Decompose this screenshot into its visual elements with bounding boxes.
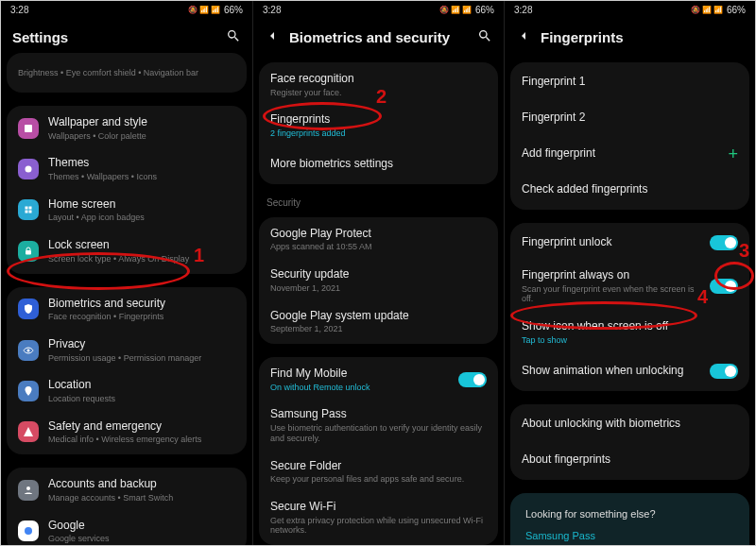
security-updates-group: Google Play ProtectApps scanned at 10:55… bbox=[259, 217, 498, 344]
search-icon[interactable] bbox=[226, 28, 241, 45]
row-fingerprint-unlock[interactable]: Fingerprint unlock bbox=[510, 225, 749, 261]
row-fingerprint-1[interactable]: Fingerprint 1 bbox=[510, 64, 749, 100]
security-group: Biometrics and securityFace recognition … bbox=[7, 287, 247, 455]
wallpaper-icon bbox=[18, 118, 39, 139]
settings-row-lock[interactable]: Lock screenScreen lock type • Always On … bbox=[7, 230, 247, 271]
row-sub: Themes • Wallpapers • Icons bbox=[48, 172, 235, 182]
row-label: Fingerprint always on bbox=[522, 268, 700, 283]
settings-row-location[interactable]: LocationLocation requests bbox=[7, 370, 247, 411]
shield-icon bbox=[18, 299, 39, 319]
row-label: Themes bbox=[48, 156, 235, 171]
status-bar: 3:28 🔕 📶 📶66% bbox=[505, 1, 755, 17]
row-play-system-update[interactable]: Google Play system updateSeptember 1, 20… bbox=[259, 301, 498, 342]
plus-icon: + bbox=[728, 145, 738, 164]
svg-rect-4 bbox=[26, 211, 28, 213]
row-show-animation[interactable]: Show animation when unlocking bbox=[510, 353, 749, 389]
row-label: Lock screen bbox=[48, 238, 235, 253]
row-samsung-pass[interactable]: Samsung PassUse biometric authentication… bbox=[259, 400, 498, 451]
settings-row-home[interactable]: Home screenLayout • App icon badges bbox=[7, 190, 247, 230]
row-sub: Face recognition • Fingerprints bbox=[48, 312, 235, 322]
row-show-icon[interactable]: Show icon when screen is offTap to show bbox=[510, 312, 749, 352]
svg-rect-6 bbox=[26, 250, 31, 255]
settings-row-google[interactable]: GoogleGoogle services bbox=[7, 511, 247, 545]
row-label: Google bbox=[48, 519, 235, 534]
row-sub: Scan your fingerprint even when the scre… bbox=[522, 284, 700, 305]
search-icon[interactable] bbox=[477, 28, 492, 45]
settings-row-themes[interactable]: ThemesThemes • Wallpapers • Icons bbox=[7, 148, 247, 189]
link-samsung-pass[interactable]: Samsung Pass bbox=[510, 525, 749, 545]
row-sub: Screen lock type • Always On Display bbox=[48, 254, 235, 264]
settings-row-safety[interactable]: Safety and emergencyMedical info • Wirel… bbox=[7, 412, 247, 452]
settings-row-display-cut[interactable]: Brightness • Eye comfort shield • Naviga… bbox=[7, 55, 247, 91]
toggle-fingerprint-unlock[interactable] bbox=[710, 235, 738, 250]
row-sub: Register your face. bbox=[270, 88, 487, 98]
row-check-fingerprints[interactable]: Check added fingerprints bbox=[510, 172, 749, 208]
settings-row-biometrics[interactable]: Biometrics and securityFace recognition … bbox=[7, 289, 247, 330]
toggle-always-on[interactable] bbox=[710, 279, 738, 294]
status-bar: 3:28 🔕 📶 📶 66% bbox=[1, 1, 252, 17]
row-fingerprints[interactable]: Fingerprints2 fingerprints added bbox=[259, 105, 498, 145]
row-more-biometrics[interactable]: More biometrics settings bbox=[259, 146, 498, 182]
row-fingerprint-2[interactable]: Fingerprint 2 bbox=[510, 100, 749, 136]
status-time: 3:28 bbox=[514, 5, 532, 15]
row-secure-wifi[interactable]: Secure Wi-FiGet extra privacy protection… bbox=[259, 492, 498, 543]
fingerprint-list-group: Fingerprint 1 Fingerprint 2 Add fingerpr… bbox=[510, 62, 749, 210]
biometrics-group: Face recognitionRegister your face. Fing… bbox=[259, 62, 498, 184]
fingerprints-screen: 3:28 🔕 📶 📶66% Fingerprints Fingerprint 1… bbox=[504, 1, 755, 545]
row-sub: Keep your personal files and apps safe a… bbox=[270, 474, 487, 485]
about-group: About unlocking with biometrics About fi… bbox=[510, 404, 749, 480]
section-header-security: Security bbox=[253, 194, 504, 213]
row-security-update[interactable]: Security updateNovember 1, 2021 bbox=[259, 260, 498, 300]
status-battery: 66% bbox=[727, 5, 746, 15]
privacy-icon bbox=[18, 340, 39, 361]
row-sub: Brightness • Eye comfort shield • Naviga… bbox=[18, 68, 235, 78]
row-find-my-mobile[interactable]: Find My MobileOn without Remote unlock bbox=[259, 359, 498, 400]
row-sub: Google services bbox=[48, 534, 235, 544]
row-about-biometrics[interactable]: About unlocking with biometrics bbox=[510, 406, 749, 442]
svg-rect-2 bbox=[26, 207, 28, 210]
page-title: Biometrics and security bbox=[289, 29, 468, 45]
back-icon[interactable] bbox=[516, 28, 531, 45]
svg-rect-3 bbox=[29, 207, 32, 210]
toggle-show-animation[interactable] bbox=[710, 364, 738, 379]
row-sub: Apps scanned at 10:55 AM bbox=[270, 242, 487, 252]
row-label: Show animation when unlocking bbox=[522, 364, 700, 379]
row-secure-folder[interactable]: Secure FolderKeep your personal files an… bbox=[259, 452, 498, 492]
appearance-group: Wallpaper and styleWallpapers • Color pa… bbox=[7, 106, 247, 274]
row-label: Accounts and backup bbox=[48, 477, 235, 492]
row-face-recognition[interactable]: Face recognitionRegister your face. bbox=[259, 64, 498, 105]
status-right: 🔕 📶 📶66% bbox=[439, 5, 494, 15]
status-icons: 🔕 📶 📶 bbox=[439, 6, 472, 14]
status-icons: 🔕 📶 📶 bbox=[691, 6, 723, 14]
svg-point-9 bbox=[25, 527, 32, 535]
svg-point-1 bbox=[26, 166, 32, 173]
status-time: 3:28 bbox=[10, 5, 28, 15]
row-label: Wallpaper and style bbox=[48, 115, 235, 130]
row-play-protect[interactable]: Google Play ProtectApps scanned at 10:55… bbox=[259, 219, 498, 260]
settings-row-accounts[interactable]: Accounts and backupManage accounts • Sma… bbox=[7, 469, 247, 510]
settings-row-privacy[interactable]: PrivacyPermission usage • Permission man… bbox=[7, 330, 247, 370]
status-bar: 3:28 🔕 📶 📶66% bbox=[253, 1, 504, 17]
svg-point-7 bbox=[27, 349, 30, 351]
row-always-on[interactable]: Fingerprint always onScan your fingerpri… bbox=[510, 261, 749, 312]
row-sub: September 1, 2021 bbox=[270, 324, 487, 334]
settings-screen: 3:28 🔕 📶 📶 66% Settings Brightness • Eye… bbox=[1, 1, 252, 545]
row-sub: Location requests bbox=[48, 394, 235, 404]
settings-row-wallpaper[interactable]: Wallpaper and styleWallpapers • Color pa… bbox=[7, 108, 247, 148]
fingerprint-options-group: Fingerprint unlock Fingerprint always on… bbox=[510, 223, 749, 391]
row-sub: Manage accounts • Smart Switch bbox=[48, 493, 235, 503]
row-sub: Permission usage • Permission manager bbox=[48, 353, 235, 364]
toggle-find-my-mobile[interactable] bbox=[458, 372, 487, 387]
row-label: Fingerprint unlock bbox=[522, 235, 700, 250]
svg-point-8 bbox=[26, 486, 30, 490]
page-title: Fingerprints bbox=[541, 29, 744, 45]
row-sub: November 1, 2021 bbox=[270, 283, 487, 294]
row-label: About fingerprints bbox=[522, 452, 738, 468]
row-label: Location bbox=[48, 378, 235, 393]
row-sub: Wallpapers • Color palette bbox=[48, 131, 235, 142]
back-icon[interactable] bbox=[265, 28, 280, 45]
row-about-fingerprints[interactable]: About fingerprints bbox=[510, 442, 749, 478]
row-add-fingerprint[interactable]: Add fingerprint+ bbox=[510, 136, 749, 172]
row-sub: Use biometric authentication to verify y… bbox=[270, 423, 487, 444]
row-label: About unlocking with biometrics bbox=[522, 417, 738, 432]
